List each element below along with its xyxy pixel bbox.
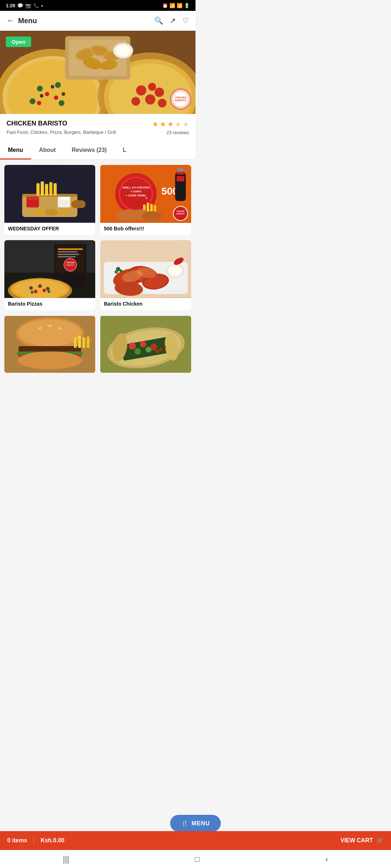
svg-point-10 xyxy=(54,95,58,100)
page-title: Menu xyxy=(18,17,37,25)
reviews-count: 23 reviews xyxy=(146,130,189,135)
tab-more[interactable]: L xyxy=(115,142,134,159)
signal-icon: 📶 xyxy=(177,3,182,8)
menu-item-wraps[interactable] xyxy=(100,315,191,373)
hero-banner: Open CHICKEN BARISTO xyxy=(0,31,196,114)
svg-point-137 xyxy=(134,348,141,354)
svg-rect-49 xyxy=(59,197,70,199)
restaurant-rating: ★ ★ ★ ★ ★ 23 reviews xyxy=(146,120,189,135)
svg-point-7 xyxy=(30,98,35,104)
menu-item-chicken[interactable]: Baristo Chicken xyxy=(100,240,191,310)
svg-rect-65 xyxy=(177,168,184,172)
baristo-chicken-label: Baristo Chicken xyxy=(100,298,191,310)
svg-text:=: = xyxy=(146,196,148,200)
svg-point-141 xyxy=(159,348,163,351)
svg-rect-41 xyxy=(37,183,40,195)
tab-bar: Menu About Reviews (23) L xyxy=(0,142,196,160)
svg-point-11 xyxy=(37,101,41,105)
svg-rect-84 xyxy=(58,256,76,257)
back-button[interactable]: ← xyxy=(7,16,14,25)
svg-rect-81 xyxy=(58,248,83,250)
svg-point-23 xyxy=(148,83,156,91)
svg-point-142 xyxy=(163,345,166,348)
menu-item-pizzas[interactable]: CHICKEN BARISTO Baristo Pizzas xyxy=(4,240,95,310)
svg-text:BARISTO: BARISTO xyxy=(176,213,184,215)
instagram-icon: 📷 xyxy=(25,3,31,8)
svg-point-21 xyxy=(131,97,140,106)
status-left: 1:29 💬 📷 📞 • xyxy=(6,3,43,8)
favorite-icon[interactable]: ♡ xyxy=(182,16,189,25)
svg-point-73 xyxy=(142,211,162,221)
tab-about[interactable]: About xyxy=(31,142,64,159)
svg-point-125 xyxy=(18,351,82,369)
star-1: ★ xyxy=(152,120,159,128)
share-icon[interactable]: ↗ xyxy=(170,16,176,25)
nav-icons: 🔍 ↗ ♡ xyxy=(154,16,189,25)
svg-rect-82 xyxy=(58,251,77,252)
menu-item-wednesday[interactable]: WEDNESDAY OFFER xyxy=(4,165,95,235)
wifi-icon: 📶 xyxy=(169,3,175,8)
star-4: ★ xyxy=(175,120,181,128)
baristo-pizzas-image: CHICKEN BARISTO xyxy=(4,240,95,298)
svg-text:BARISTO: BARISTO xyxy=(66,264,74,266)
svg-rect-83 xyxy=(58,254,79,255)
search-icon[interactable]: 🔍 xyxy=(154,16,163,25)
star-rating: ★ ★ ★ ★ ★ xyxy=(146,120,189,128)
baristo-chicken-image xyxy=(100,240,191,298)
svg-rect-128 xyxy=(83,337,85,348)
svg-point-18 xyxy=(136,85,146,95)
svg-point-14 xyxy=(62,92,65,96)
svg-rect-40 xyxy=(71,200,85,208)
svg-point-22 xyxy=(158,99,167,107)
svg-rect-127 xyxy=(78,335,81,348)
svg-point-96 xyxy=(31,291,34,294)
open-badge: Open xyxy=(6,37,31,47)
star-3: ★ xyxy=(167,120,174,128)
menu-item-500bob[interactable]: GRILL 1/4 CHICKEN + CHIPS + COKE 500ML =… xyxy=(100,165,191,235)
svg-point-95 xyxy=(42,289,46,292)
tab-reviews[interactable]: Reviews (23) xyxy=(64,142,115,159)
svg-point-20 xyxy=(145,94,155,105)
svg-text:+ CHIPS: + CHIPS xyxy=(130,190,142,193)
500bob-offer-image: GRILL 1/4 CHICKEN + CHIPS + COKE 500ML =… xyxy=(100,165,191,223)
svg-point-8 xyxy=(59,100,64,106)
svg-point-94 xyxy=(34,290,38,293)
star-2: ★ xyxy=(160,120,166,128)
svg-point-138 xyxy=(146,346,151,352)
svg-rect-42 xyxy=(41,181,44,195)
menu-grid-partial xyxy=(0,315,196,424)
svg-rect-45 xyxy=(54,183,57,195)
top-nav: ← Menu 🔍 ↗ ♡ xyxy=(0,11,196,31)
dot-indicator: • xyxy=(41,3,43,8)
svg-text:GRILL 1/4 CHICKEN: GRILL 1/4 CHICKEN xyxy=(122,186,150,189)
svg-point-143 xyxy=(156,349,159,353)
svg-point-93 xyxy=(46,287,50,290)
svg-rect-44 xyxy=(49,182,52,195)
nav-left: ← Menu xyxy=(7,16,37,25)
svg-point-109 xyxy=(169,265,181,275)
status-right: ⏰ 📶 📶 🔋 xyxy=(162,3,190,8)
wraps-image xyxy=(100,315,191,373)
menu-item-burgers[interactable] xyxy=(4,315,95,373)
svg-point-6 xyxy=(55,82,61,88)
restaurant-name: CHICKEN BARISTO xyxy=(7,120,116,127)
svg-point-134 xyxy=(129,342,136,350)
alarm-icon: ⏰ xyxy=(162,3,168,8)
restaurant-tags: Fast Food, Chicken, Pizza, Burgers, Barb… xyxy=(7,129,116,136)
svg-rect-43 xyxy=(45,184,48,195)
svg-rect-126 xyxy=(74,337,77,348)
wednesday-offer-label: WEDNESDAY OFFER xyxy=(4,223,95,235)
svg-rect-66 xyxy=(177,176,185,181)
svg-point-13 xyxy=(40,94,43,98)
tab-menu[interactable]: Menu xyxy=(0,142,31,159)
svg-text:CHICKEN: CHICKEN xyxy=(176,210,185,212)
svg-rect-129 xyxy=(87,336,89,348)
svg-point-92 xyxy=(38,284,42,288)
svg-point-5 xyxy=(37,86,43,92)
star-5: ★ xyxy=(182,120,189,128)
svg-point-12 xyxy=(51,85,54,89)
svg-point-97 xyxy=(47,290,50,293)
svg-point-135 xyxy=(140,341,146,348)
svg-point-90 xyxy=(14,280,66,298)
500bob-offer-label: 500 Bob offers!!! xyxy=(100,223,191,235)
